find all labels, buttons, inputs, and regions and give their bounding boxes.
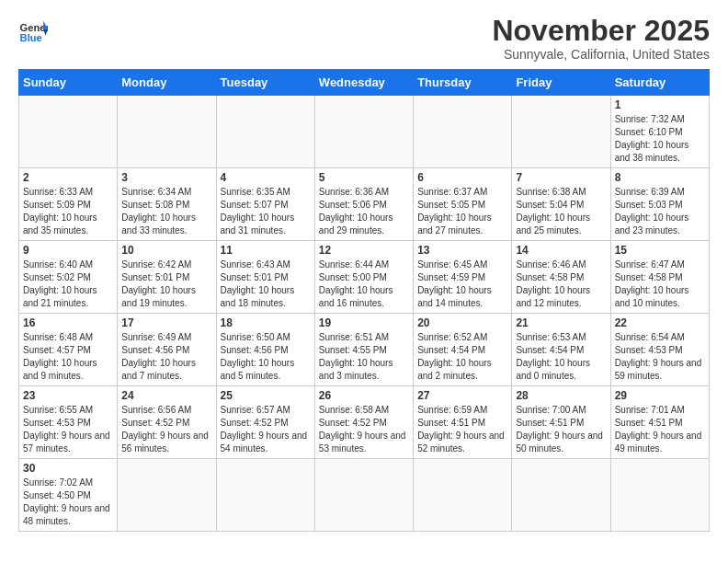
day-number: 14 bbox=[516, 244, 606, 257]
calendar: SundayMondayTuesdayWednesdayThursdayFrid… bbox=[18, 69, 710, 532]
calendar-week-row: 9Sunrise: 6:40 AMSunset: 5:02 PMDaylight… bbox=[19, 241, 710, 314]
day-number: 8 bbox=[615, 171, 705, 184]
day-number: 11 bbox=[221, 244, 311, 257]
calendar-day-cell bbox=[314, 96, 413, 168]
calendar-day-cell: 7Sunrise: 6:38 AMSunset: 5:04 PMDaylight… bbox=[512, 168, 610, 241]
day-number: 15 bbox=[615, 244, 705, 257]
calendar-day-header: Friday bbox=[512, 70, 610, 96]
title-block: November 2025 Sunnyvale, California, Uni… bbox=[492, 15, 710, 62]
calendar-day-cell: 1Sunrise: 7:32 AMSunset: 6:10 PMDaylight… bbox=[610, 96, 709, 168]
calendar-day-cell bbox=[414, 96, 512, 168]
calendar-day-cell: 12Sunrise: 6:44 AMSunset: 5:00 PMDayligh… bbox=[314, 241, 413, 314]
svg-text:Blue: Blue bbox=[20, 32, 42, 43]
calendar-day-cell bbox=[118, 459, 216, 532]
logo-icon: General Blue bbox=[18, 15, 48, 44]
day-info: Sunrise: 6:52 AMSunset: 4:54 PMDaylight:… bbox=[417, 331, 507, 383]
day-number: 20 bbox=[417, 316, 507, 329]
calendar-day-cell: 5Sunrise: 6:36 AMSunset: 5:06 PMDaylight… bbox=[314, 168, 413, 241]
calendar-day-cell: 18Sunrise: 6:50 AMSunset: 4:56 PMDayligh… bbox=[216, 314, 314, 386]
day-info: Sunrise: 6:34 AMSunset: 5:08 PMDaylight:… bbox=[121, 186, 211, 237]
calendar-day-cell: 20Sunrise: 6:52 AMSunset: 4:54 PMDayligh… bbox=[414, 314, 512, 386]
calendar-day-cell: 30Sunrise: 7:02 AMSunset: 4:50 PMDayligh… bbox=[19, 459, 118, 532]
day-number: 26 bbox=[319, 389, 409, 402]
day-info: Sunrise: 6:53 AMSunset: 4:54 PMDaylight:… bbox=[516, 331, 606, 383]
day-info: Sunrise: 6:43 AMSunset: 5:01 PMDaylight:… bbox=[221, 259, 311, 310]
day-number: 24 bbox=[121, 389, 211, 402]
calendar-day-cell: 24Sunrise: 6:56 AMSunset: 4:52 PMDayligh… bbox=[118, 386, 216, 459]
calendar-day-cell bbox=[216, 96, 314, 168]
calendar-day-cell: 15Sunrise: 6:47 AMSunset: 4:58 PMDayligh… bbox=[610, 241, 709, 314]
day-number: 18 bbox=[221, 316, 311, 329]
day-info: Sunrise: 6:44 AMSunset: 5:00 PMDaylight:… bbox=[319, 259, 409, 310]
calendar-day-cell bbox=[216, 459, 314, 532]
day-info: Sunrise: 6:42 AMSunset: 5:01 PMDaylight:… bbox=[121, 259, 211, 310]
day-number: 21 bbox=[516, 316, 606, 329]
calendar-day-header: Saturday bbox=[610, 70, 709, 96]
calendar-day-cell: 4Sunrise: 6:35 AMSunset: 5:07 PMDaylight… bbox=[216, 168, 314, 241]
calendar-day-cell: 13Sunrise: 6:45 AMSunset: 4:59 PMDayligh… bbox=[414, 241, 512, 314]
day-info: Sunrise: 6:49 AMSunset: 4:56 PMDaylight:… bbox=[121, 331, 211, 383]
day-info: Sunrise: 6:45 AMSunset: 4:59 PMDaylight:… bbox=[417, 259, 507, 310]
day-number: 17 bbox=[121, 316, 211, 329]
calendar-day-header: Thursday bbox=[414, 70, 512, 96]
day-info: Sunrise: 6:57 AMSunset: 4:52 PMDaylight:… bbox=[221, 404, 311, 455]
calendar-week-row: 1Sunrise: 7:32 AMSunset: 6:10 PMDaylight… bbox=[19, 96, 710, 168]
day-number: 22 bbox=[615, 316, 705, 329]
day-number: 10 bbox=[121, 244, 211, 257]
day-info: Sunrise: 6:37 AMSunset: 5:05 PMDaylight:… bbox=[417, 186, 507, 237]
calendar-day-cell: 26Sunrise: 6:58 AMSunset: 4:52 PMDayligh… bbox=[314, 386, 413, 459]
calendar-day-cell bbox=[314, 459, 413, 532]
calendar-day-cell bbox=[610, 459, 709, 532]
calendar-day-cell: 21Sunrise: 6:53 AMSunset: 4:54 PMDayligh… bbox=[512, 314, 610, 386]
calendar-day-cell: 9Sunrise: 6:40 AMSunset: 5:02 PMDaylight… bbox=[19, 241, 118, 314]
day-info: Sunrise: 6:47 AMSunset: 4:58 PMDaylight:… bbox=[615, 259, 705, 310]
day-info: Sunrise: 7:32 AMSunset: 6:10 PMDaylight:… bbox=[615, 113, 705, 165]
calendar-day-cell: 22Sunrise: 6:54 AMSunset: 4:53 PMDayligh… bbox=[610, 314, 709, 386]
calendar-day-cell: 14Sunrise: 6:46 AMSunset: 4:58 PMDayligh… bbox=[512, 241, 610, 314]
day-number: 2 bbox=[23, 171, 113, 184]
day-number: 23 bbox=[23, 389, 113, 402]
calendar-day-cell: 8Sunrise: 6:39 AMSunset: 5:03 PMDaylight… bbox=[610, 168, 709, 241]
logo: General Blue bbox=[18, 15, 48, 44]
day-number: 7 bbox=[516, 171, 606, 184]
calendar-day-cell: 19Sunrise: 6:51 AMSunset: 4:55 PMDayligh… bbox=[314, 314, 413, 386]
day-info: Sunrise: 7:01 AMSunset: 4:51 PMDaylight:… bbox=[615, 404, 705, 455]
calendar-day-cell: 2Sunrise: 6:33 AMSunset: 5:09 PMDaylight… bbox=[19, 168, 118, 241]
header: General Blue November 2025 Sunnyvale, Ca… bbox=[18, 15, 710, 62]
calendar-day-cell: 23Sunrise: 6:55 AMSunset: 4:53 PMDayligh… bbox=[19, 386, 118, 459]
calendar-day-cell: 29Sunrise: 7:01 AMSunset: 4:51 PMDayligh… bbox=[610, 386, 709, 459]
calendar-day-cell: 6Sunrise: 6:37 AMSunset: 5:05 PMDaylight… bbox=[414, 168, 512, 241]
day-info: Sunrise: 6:58 AMSunset: 4:52 PMDaylight:… bbox=[319, 404, 409, 455]
day-number: 27 bbox=[417, 389, 507, 402]
calendar-day-header: Monday bbox=[118, 70, 216, 96]
calendar-day-cell: 25Sunrise: 6:57 AMSunset: 4:52 PMDayligh… bbox=[216, 386, 314, 459]
day-info: Sunrise: 6:33 AMSunset: 5:09 PMDaylight:… bbox=[23, 186, 113, 237]
calendar-header-row: SundayMondayTuesdayWednesdayThursdayFrid… bbox=[19, 70, 710, 96]
day-number: 12 bbox=[319, 244, 409, 257]
day-number: 6 bbox=[417, 171, 507, 184]
day-info: Sunrise: 6:51 AMSunset: 4:55 PMDaylight:… bbox=[319, 331, 409, 383]
calendar-day-cell: 10Sunrise: 6:42 AMSunset: 5:01 PMDayligh… bbox=[118, 241, 216, 314]
calendar-week-row: 23Sunrise: 6:55 AMSunset: 4:53 PMDayligh… bbox=[19, 386, 710, 459]
day-info: Sunrise: 6:36 AMSunset: 5:06 PMDaylight:… bbox=[319, 186, 409, 237]
calendar-day-cell: 28Sunrise: 7:00 AMSunset: 4:51 PMDayligh… bbox=[512, 386, 610, 459]
day-info: Sunrise: 6:39 AMSunset: 5:03 PMDaylight:… bbox=[615, 186, 705, 237]
day-number: 29 bbox=[615, 389, 705, 402]
day-number: 13 bbox=[417, 244, 507, 257]
day-info: Sunrise: 6:35 AMSunset: 5:07 PMDaylight:… bbox=[221, 186, 311, 237]
calendar-day-cell: 11Sunrise: 6:43 AMSunset: 5:01 PMDayligh… bbox=[216, 241, 314, 314]
day-number: 19 bbox=[319, 316, 409, 329]
calendar-day-cell: 27Sunrise: 6:59 AMSunset: 4:51 PMDayligh… bbox=[414, 386, 512, 459]
calendar-day-cell: 16Sunrise: 6:48 AMSunset: 4:57 PMDayligh… bbox=[19, 314, 118, 386]
calendar-day-cell bbox=[414, 459, 512, 532]
month-title: November 2025 bbox=[492, 15, 710, 47]
calendar-day-cell bbox=[19, 96, 118, 168]
day-info: Sunrise: 7:02 AMSunset: 4:50 PMDaylight:… bbox=[23, 477, 113, 528]
calendar-day-header: Tuesday bbox=[216, 70, 314, 96]
day-info: Sunrise: 6:59 AMSunset: 4:51 PMDaylight:… bbox=[417, 404, 507, 455]
calendar-week-row: 2Sunrise: 6:33 AMSunset: 5:09 PMDaylight… bbox=[19, 168, 710, 241]
calendar-day-cell bbox=[118, 96, 216, 168]
calendar-day-header: Sunday bbox=[19, 70, 118, 96]
day-number: 28 bbox=[516, 389, 606, 402]
calendar-day-cell bbox=[512, 96, 610, 168]
